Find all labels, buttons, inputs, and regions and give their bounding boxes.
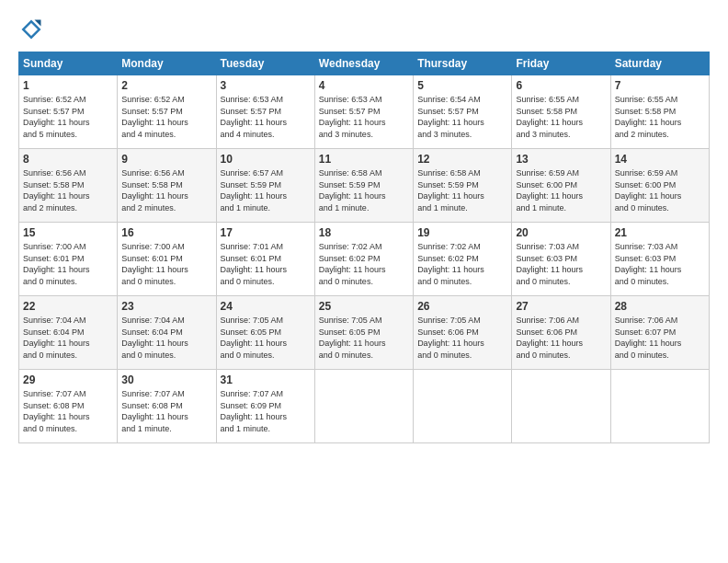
day-info: Sunrise: 7:03 AM Sunset: 6:03 PM Dayligh… (516, 241, 606, 287)
day-number: 7 (615, 79, 705, 92)
calendar-cell: 8Sunrise: 6:56 AM Sunset: 5:58 PM Daylig… (19, 149, 118, 223)
calendar-cell: 1Sunrise: 6:52 AM Sunset: 5:57 PM Daylig… (19, 75, 118, 149)
day-info: Sunrise: 6:52 AM Sunset: 5:57 PM Dayligh… (121, 94, 211, 140)
day-info: Sunrise: 6:59 AM Sunset: 6:00 PM Dayligh… (516, 167, 606, 213)
col-wednesday: Wednesday (314, 52, 413, 75)
calendar-cell: 4Sunrise: 6:53 AM Sunset: 5:57 PM Daylig… (314, 75, 413, 149)
day-number: 5 (417, 79, 507, 92)
calendar-body: 1Sunrise: 6:52 AM Sunset: 5:57 PM Daylig… (19, 75, 710, 443)
day-info: Sunrise: 7:01 AM Sunset: 6:01 PM Dayligh… (221, 241, 311, 287)
day-info: Sunrise: 7:02 AM Sunset: 6:02 PM Dayligh… (319, 241, 409, 287)
calendar-cell: 24Sunrise: 7:05 AM Sunset: 6:05 PM Dayli… (216, 296, 314, 370)
header-row: Sunday Monday Tuesday Wednesday Thursday… (19, 52, 710, 75)
day-number: 10 (221, 153, 311, 166)
col-saturday: Saturday (610, 52, 709, 75)
calendar-row: 29Sunrise: 7:07 AM Sunset: 6:08 PM Dayli… (19, 370, 710, 443)
day-info: Sunrise: 7:04 AM Sunset: 6:04 PM Dayligh… (23, 315, 113, 361)
calendar-cell: 15Sunrise: 7:00 AM Sunset: 6:01 PM Dayli… (19, 223, 118, 296)
calendar-cell: 16Sunrise: 7:00 AM Sunset: 6:01 PM Dayli… (118, 223, 216, 296)
day-number: 20 (516, 226, 606, 239)
day-info: Sunrise: 7:06 AM Sunset: 6:06 PM Dayligh… (516, 315, 606, 361)
day-info: Sunrise: 7:07 AM Sunset: 6:08 PM Dayligh… (121, 388, 211, 434)
col-monday: Monday (118, 52, 216, 75)
day-number: 30 (121, 373, 211, 386)
day-number: 23 (121, 300, 211, 313)
day-info: Sunrise: 7:07 AM Sunset: 6:09 PM Dayligh… (221, 388, 311, 434)
calendar-cell: 11Sunrise: 6:58 AM Sunset: 5:59 PM Dayli… (314, 149, 413, 223)
col-thursday: Thursday (414, 52, 512, 75)
day-number: 11 (319, 153, 409, 166)
day-number: 9 (121, 153, 211, 166)
calendar-cell: 28Sunrise: 7:06 AM Sunset: 6:07 PM Dayli… (610, 296, 709, 370)
calendar-cell: 3Sunrise: 6:53 AM Sunset: 5:57 PM Daylig… (216, 75, 314, 149)
day-number: 28 (615, 300, 705, 313)
day-info: Sunrise: 6:52 AM Sunset: 5:57 PM Dayligh… (23, 94, 113, 140)
logo (18, 17, 48, 42)
day-number: 31 (221, 373, 311, 386)
calendar-cell: 22Sunrise: 7:04 AM Sunset: 6:04 PM Dayli… (19, 296, 118, 370)
day-info: Sunrise: 7:07 AM Sunset: 6:08 PM Dayligh… (23, 388, 113, 434)
col-friday: Friday (512, 52, 610, 75)
day-number: 2 (121, 79, 211, 92)
calendar-cell: 10Sunrise: 6:57 AM Sunset: 5:59 PM Dayli… (216, 149, 314, 223)
header (18, 17, 710, 42)
calendar-cell: 30Sunrise: 7:07 AM Sunset: 6:08 PM Dayli… (118, 370, 216, 443)
calendar-cell: 19Sunrise: 7:02 AM Sunset: 6:02 PM Dayli… (414, 223, 512, 296)
calendar-cell (610, 370, 709, 443)
calendar-cell: 27Sunrise: 7:06 AM Sunset: 6:06 PM Dayli… (512, 296, 610, 370)
calendar-cell: 7Sunrise: 6:55 AM Sunset: 5:58 PM Daylig… (610, 75, 709, 149)
calendar-cell (512, 370, 610, 443)
day-info: Sunrise: 7:00 AM Sunset: 6:01 PM Dayligh… (121, 241, 211, 287)
day-info: Sunrise: 7:05 AM Sunset: 6:05 PM Dayligh… (319, 315, 409, 361)
day-number: 14 (615, 153, 705, 166)
page: Sunday Monday Tuesday Wednesday Thursday… (0, 0, 728, 453)
calendar-row: 15Sunrise: 7:00 AM Sunset: 6:01 PM Dayli… (19, 223, 710, 296)
calendar-cell: 5Sunrise: 6:54 AM Sunset: 5:57 PM Daylig… (414, 75, 512, 149)
logo-icon (18, 17, 44, 42)
day-info: Sunrise: 6:53 AM Sunset: 5:57 PM Dayligh… (221, 94, 311, 140)
calendar-cell: 31Sunrise: 7:07 AM Sunset: 6:09 PM Dayli… (216, 370, 314, 443)
day-number: 22 (23, 300, 113, 313)
day-info: Sunrise: 6:58 AM Sunset: 5:59 PM Dayligh… (319, 167, 409, 213)
calendar-cell: 20Sunrise: 7:03 AM Sunset: 6:03 PM Dayli… (512, 223, 610, 296)
day-info: Sunrise: 7:05 AM Sunset: 6:05 PM Dayligh… (221, 315, 311, 361)
day-number: 21 (615, 226, 705, 239)
calendar-cell: 2Sunrise: 6:52 AM Sunset: 5:57 PM Daylig… (118, 75, 216, 149)
day-info: Sunrise: 7:06 AM Sunset: 6:07 PM Dayligh… (615, 315, 705, 361)
day-number: 19 (417, 226, 507, 239)
day-info: Sunrise: 7:05 AM Sunset: 6:06 PM Dayligh… (417, 315, 507, 361)
day-number: 24 (221, 300, 311, 313)
calendar-cell: 21Sunrise: 7:03 AM Sunset: 6:03 PM Dayli… (610, 223, 709, 296)
calendar-row: 22Sunrise: 7:04 AM Sunset: 6:04 PM Dayli… (19, 296, 710, 370)
day-info: Sunrise: 6:57 AM Sunset: 5:59 PM Dayligh… (221, 167, 311, 213)
calendar-cell: 23Sunrise: 7:04 AM Sunset: 6:04 PM Dayli… (118, 296, 216, 370)
day-number: 16 (121, 226, 211, 239)
day-info: Sunrise: 6:55 AM Sunset: 5:58 PM Dayligh… (516, 94, 606, 140)
calendar-cell: 29Sunrise: 7:07 AM Sunset: 6:08 PM Dayli… (19, 370, 118, 443)
day-info: Sunrise: 7:02 AM Sunset: 6:02 PM Dayligh… (417, 241, 507, 287)
calendar-cell (314, 370, 413, 443)
day-info: Sunrise: 6:53 AM Sunset: 5:57 PM Dayligh… (319, 94, 409, 140)
calendar-cell: 17Sunrise: 7:01 AM Sunset: 6:01 PM Dayli… (216, 223, 314, 296)
day-info: Sunrise: 6:55 AM Sunset: 5:58 PM Dayligh… (615, 94, 705, 140)
day-info: Sunrise: 6:59 AM Sunset: 6:00 PM Dayligh… (615, 167, 705, 213)
day-number: 15 (23, 226, 113, 239)
day-number: 17 (221, 226, 311, 239)
calendar-cell: 18Sunrise: 7:02 AM Sunset: 6:02 PM Dayli… (314, 223, 413, 296)
calendar-cell: 12Sunrise: 6:58 AM Sunset: 5:59 PM Dayli… (414, 149, 512, 223)
calendar-row: 1Sunrise: 6:52 AM Sunset: 5:57 PM Daylig… (19, 75, 710, 149)
calendar-cell: 6Sunrise: 6:55 AM Sunset: 5:58 PM Daylig… (512, 75, 610, 149)
day-number: 26 (417, 300, 507, 313)
calendar-cell: 9Sunrise: 6:56 AM Sunset: 5:58 PM Daylig… (118, 149, 216, 223)
day-number: 18 (319, 226, 409, 239)
calendar-cell: 14Sunrise: 6:59 AM Sunset: 6:00 PM Dayli… (610, 149, 709, 223)
day-number: 8 (23, 153, 113, 166)
day-info: Sunrise: 7:00 AM Sunset: 6:01 PM Dayligh… (23, 241, 113, 287)
col-tuesday: Tuesday (216, 52, 314, 75)
calendar-cell: 26Sunrise: 7:05 AM Sunset: 6:06 PM Dayli… (414, 296, 512, 370)
day-info: Sunrise: 6:54 AM Sunset: 5:57 PM Dayligh… (417, 94, 507, 140)
day-info: Sunrise: 6:58 AM Sunset: 5:59 PM Dayligh… (417, 167, 507, 213)
calendar-row: 8Sunrise: 6:56 AM Sunset: 5:58 PM Daylig… (19, 149, 710, 223)
day-number: 25 (319, 300, 409, 313)
calendar-cell (414, 370, 512, 443)
